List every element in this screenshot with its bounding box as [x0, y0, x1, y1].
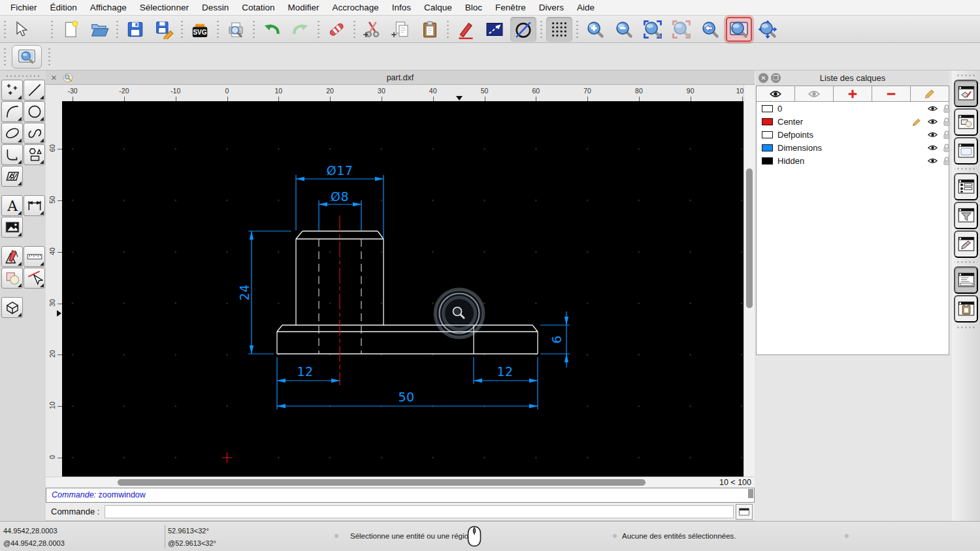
zoom-window-tool-button[interactable] [12, 45, 42, 69]
menu-item-modifier[interactable]: Modifier [281, 0, 325, 15]
tool-spline-button[interactable] [24, 123, 45, 144]
copy-button[interactable] [388, 17, 414, 42]
tool-ellipse-button[interactable] [1, 123, 23, 144]
layer-lock-icon[interactable] [942, 156, 951, 166]
menu-item-slectionner[interactable]: Sélectionner [133, 0, 195, 15]
svg-export-button[interactable]: SVG [187, 17, 213, 42]
absolute-polar: 52.9613<32° [168, 527, 209, 535]
draw-pen-button[interactable] [453, 17, 479, 42]
tool-explode-button[interactable] [1, 268, 23, 289]
paste-button[interactable] [417, 17, 443, 42]
layer-row[interactable]: Dimensions [757, 141, 949, 154]
menu-item-affichage[interactable]: Affichage [84, 0, 133, 15]
tool-polyline-button[interactable] [1, 144, 23, 165]
zoom-redraw-button[interactable] [668, 17, 694, 42]
tool-dimension-button[interactable] [24, 195, 45, 216]
menu-item-bloc[interactable]: Bloc [459, 0, 489, 15]
new-file-button[interactable] [57, 17, 84, 42]
add-layer-button[interactable] [834, 86, 872, 101]
save-button[interactable] [122, 17, 148, 42]
remove-layer-button[interactable] [872, 86, 911, 101]
select-window-button[interactable] [482, 17, 508, 42]
tool-image-button[interactable] [1, 217, 23, 238]
tool-polygon-button[interactable] [24, 144, 45, 165]
layer-lock-icon[interactable] [942, 143, 951, 153]
save-as-button[interactable] [151, 17, 177, 42]
horizontal-scrollbar[interactable]: 10 < 100 [46, 477, 755, 488]
layer-name: Center [777, 117, 803, 127]
clipboard-widget-button[interactable] [954, 295, 978, 323]
tool-box-3d-button[interactable] [1, 297, 23, 318]
pen-palette-widget-button[interactable] [954, 230, 978, 258]
command-widget-button[interactable] [954, 266, 978, 294]
draft-mode-icon [514, 20, 533, 39]
tool-text-button[interactable]: A [1, 195, 23, 216]
tool-hatch-button[interactable] [1, 166, 23, 187]
layer-visibility-icon[interactable] [927, 143, 938, 152]
show-all-layers-button[interactable] [757, 86, 795, 101]
menu-item-cotation[interactable]: Cotation [235, 0, 281, 15]
print-preview-button[interactable] [223, 17, 249, 42]
undo-button[interactable] [259, 17, 285, 42]
layer-visibility-icon[interactable] [927, 117, 938, 126]
zoom-auto-button[interactable] [640, 17, 666, 42]
submenu-corner [18, 138, 22, 142]
horizontal-scrollbar-thumb[interactable] [118, 479, 645, 486]
tool-arc-button[interactable] [1, 101, 23, 122]
library-browser-widget-button[interactable] [954, 137, 978, 165]
vertical-scrollbar-thumb[interactable] [746, 168, 753, 308]
menu-item-fichier[interactable]: Fichier [4, 0, 44, 15]
tool-line-button[interactable] [24, 80, 45, 101]
menu-item-divers[interactable]: Divers [532, 0, 570, 15]
layer-list-widget-button[interactable] [954, 80, 978, 107]
redo-button[interactable] [287, 17, 314, 42]
eraser-button[interactable] [323, 17, 350, 42]
tool-ruler-button[interactable] [24, 246, 45, 267]
menu-item-infos[interactable]: Infos [385, 0, 417, 15]
menu-item-calque[interactable]: Calque [417, 0, 459, 15]
layer-visibility-icon[interactable] [927, 156, 938, 165]
float-panel-icon[interactable]: ❐ [771, 73, 781, 83]
menu-item-fentre[interactable]: Fenêtre [489, 0, 532, 15]
layer-filter-widget-button[interactable] [954, 202, 978, 229]
close-panel-icon[interactable]: ✕ [759, 73, 768, 83]
layer-visibility-icon[interactable] [927, 130, 938, 139]
zoom-in-button[interactable] [582, 17, 608, 42]
layer-lock-icon[interactable] [942, 104, 951, 114]
history-scrollbar-thumb[interactable] [748, 489, 753, 498]
part-outline[interactable] [277, 231, 538, 354]
menu-item-aide[interactable]: Aide [570, 0, 601, 15]
layer-row[interactable]: Hidden [757, 154, 949, 167]
drawing-canvas[interactable]: Ø17 Ø8 24 12 12 50 6 [62, 101, 743, 477]
tool-deselect-button[interactable] [24, 268, 45, 289]
layer-lock-icon[interactable] [942, 130, 951, 140]
tool-circle-button[interactable] [24, 101, 45, 122]
zoom-pan-button[interactable] [755, 17, 781, 42]
zoom-previous-button[interactable] [697, 17, 723, 42]
draw-pen-icon [456, 20, 476, 39]
layer-row[interactable]: Center [757, 115, 949, 128]
menu-item-accrochage[interactable]: Accrochage [325, 0, 385, 15]
block-list-widget-button[interactable] [954, 108, 978, 136]
edit-layer-button[interactable] [911, 86, 949, 101]
tool-points-button[interactable] [1, 80, 23, 101]
command-input[interactable] [105, 505, 734, 518]
hide-all-layers-button[interactable] [795, 86, 834, 101]
layer-visibility-icon[interactable] [927, 104, 938, 113]
tool-measure-button[interactable] [1, 246, 23, 267]
grid-toggle-button[interactable] [546, 17, 572, 42]
layer-lock-icon[interactable] [942, 117, 951, 127]
draft-mode-button[interactable] [510, 17, 536, 42]
status-dot [613, 534, 617, 538]
cut-button[interactable] [359, 17, 385, 42]
entity-list-widget-button[interactable] [954, 173, 978, 200]
vertical-scrollbar[interactable] [743, 85, 755, 477]
menu-item-dition[interactable]: Édition [44, 0, 84, 15]
menu-item-dessin[interactable]: Dessin [195, 0, 235, 15]
layer-row[interactable]: Defpoints [757, 128, 949, 141]
zoom-window-button[interactable] [726, 17, 752, 42]
zoom-out-button[interactable] [611, 17, 637, 42]
keyboard-toggle-button[interactable] [736, 504, 753, 520]
open-file-button[interactable] [86, 17, 112, 42]
layer-row[interactable]: 0 [757, 102, 949, 115]
